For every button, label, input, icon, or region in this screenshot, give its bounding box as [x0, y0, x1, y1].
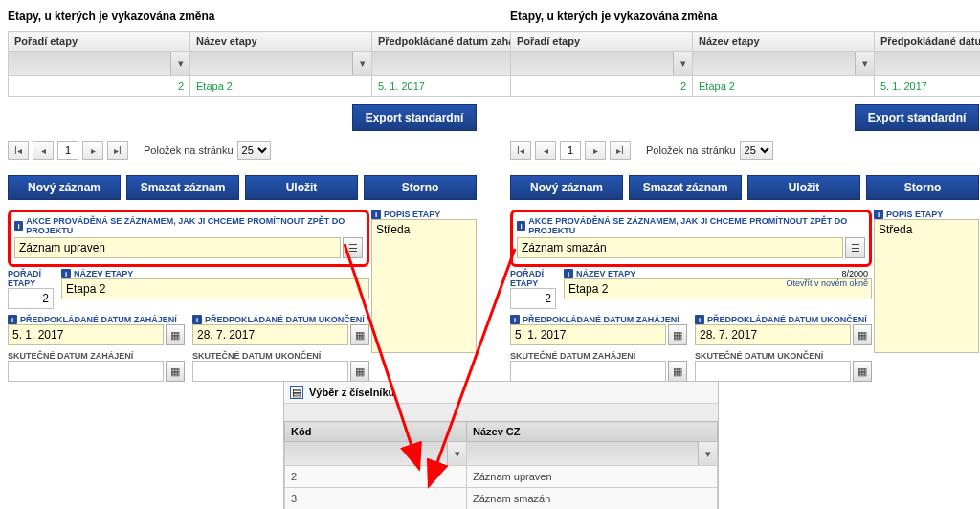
cell-order: 2	[9, 76, 190, 97]
page-input[interactable]	[57, 141, 78, 160]
filter-order[interactable]	[511, 52, 673, 75]
popup-row[interactable]: 2 Záznam upraven	[285, 466, 718, 488]
funnel-icon[interactable]: ▾	[855, 52, 874, 75]
lookup-popup: ▤ Výběr z číselníku Kód Název CZ ▾ ▾ 2 Z…	[283, 381, 719, 509]
calendar-icon[interactable]: ▦	[853, 324, 872, 345]
calendar-icon[interactable]: ▦	[668, 324, 687, 345]
d1-input[interactable]	[510, 324, 666, 345]
info-icon: i	[192, 315, 202, 324]
page-input[interactable]	[560, 141, 581, 160]
cell-name: Etapa 2	[693, 76, 875, 97]
akce-input[interactable]	[14, 237, 341, 258]
cell-date: 5. 1. 2017	[875, 76, 981, 97]
funnel-icon[interactable]: ▾	[673, 52, 692, 75]
new-record-button[interactable]: Nový záznam	[510, 175, 623, 200]
poradi-label: POŘADÍ ETAPY	[8, 269, 54, 288]
calendar-icon[interactable]: ▦	[853, 361, 872, 382]
d4-label: SKUTEČNÉ DATUM UKONČENÍ	[192, 351, 369, 361]
delete-record-button[interactable]: Smazat záznam	[629, 175, 742, 200]
save-button[interactable]: Uložit	[245, 175, 358, 200]
popis-textarea[interactable]: Středa	[371, 219, 477, 353]
etapy-table: Pořadí etapy Název etapy Předpokládané d…	[8, 31, 554, 97]
cancel-button[interactable]: Storno	[364, 175, 477, 200]
popup-cell-code: 3	[285, 488, 467, 510]
cancel-button[interactable]: Storno	[866, 175, 979, 200]
funnel-icon[interactable]: ▾	[447, 442, 466, 465]
d4-input[interactable]	[695, 361, 851, 382]
col-order[interactable]: Pořadí etapy	[511, 32, 693, 52]
charcount: 8/2000	[841, 269, 868, 278]
funnel-icon[interactable]: ▾	[352, 52, 371, 75]
popup-col-name[interactable]: Název CZ	[467, 422, 718, 442]
cell-name: Etapa 2	[190, 76, 372, 97]
delete-record-button[interactable]: Smazat záznam	[126, 175, 239, 200]
col-name[interactable]: Název etapy	[693, 32, 875, 52]
save-button[interactable]: Uložit	[747, 175, 860, 200]
export-button[interactable]: Export standardní	[855, 104, 979, 131]
perpage-label: Položek na stránku	[144, 144, 234, 156]
filter-date[interactable]	[875, 52, 980, 75]
popup-col-code[interactable]: Kód	[285, 422, 467, 442]
calendar-icon[interactable]: ▦	[350, 361, 369, 382]
popup-filter-code[interactable]	[285, 442, 447, 465]
filter-order[interactable]	[9, 52, 170, 75]
d3-input[interactable]	[510, 361, 666, 382]
col-order[interactable]: Pořadí etapy	[9, 32, 190, 52]
funnel-icon[interactable]: ▾	[170, 52, 189, 75]
open-new-window-link[interactable]: Otevřít v novém okně	[786, 278, 868, 288]
page-next-icon[interactable]: ▸	[82, 141, 103, 160]
popup-row[interactable]: 3 Záznam smazán	[285, 488, 718, 510]
d4-label: SKUTEČNÉ DATUM UKONČENÍ	[695, 351, 872, 361]
new-record-button[interactable]: Nový záznam	[8, 175, 121, 200]
popup-cell-name: Záznam upraven	[467, 466, 718, 488]
poradi-input[interactable]	[8, 288, 54, 309]
page-last-icon[interactable]: ▸I	[107, 141, 128, 160]
info-icon: i	[564, 269, 573, 278]
popup-title: Výběr z číselníku	[309, 387, 394, 398]
info-icon: i	[874, 210, 883, 219]
page-first-icon[interactable]: I◂	[8, 141, 29, 160]
poradi-input[interactable]	[510, 288, 556, 309]
lookup-icon[interactable]: ☰	[343, 237, 363, 258]
d2-input[interactable]	[192, 324, 348, 345]
page-prev-icon[interactable]: ◂	[535, 141, 556, 160]
page-next-icon[interactable]: ▸	[585, 141, 606, 160]
d1-input[interactable]	[8, 324, 164, 345]
calendar-icon[interactable]: ▦	[166, 361, 185, 382]
popup-filter-name[interactable]	[467, 442, 698, 465]
calendar-icon[interactable]: ▦	[668, 361, 687, 382]
filter-name[interactable]	[190, 52, 352, 75]
page-first-icon[interactable]: I◂	[510, 141, 531, 160]
info-icon: i	[8, 315, 17, 324]
perpage-label: Položek na stránku	[646, 144, 736, 156]
popis-textarea[interactable]: Středa	[874, 219, 979, 353]
table-row[interactable]: 2 Etapa 2 5. 1. 2017	[9, 76, 554, 97]
poradi-label: POŘADÍ ETAPY	[510, 269, 556, 288]
page-last-icon[interactable]: ▸I	[610, 141, 631, 160]
lookup-icon[interactable]: ☰	[845, 237, 865, 258]
akce-input[interactable]	[517, 237, 843, 258]
export-button[interactable]: Export standardní	[352, 104, 477, 131]
d1-label: iPŘEDPOKLÁDANÉ DATUM ZAHÁJENÍ	[8, 315, 185, 324]
nazev-input[interactable]	[61, 278, 369, 299]
d4-input[interactable]	[192, 361, 348, 382]
filter-name[interactable]	[693, 52, 855, 75]
page-prev-icon[interactable]: ◂	[33, 141, 54, 160]
perpage-select[interactable]: 25	[237, 141, 271, 160]
d3-label: SKUTEČNÉ DATUM ZAHÁJENÍ	[8, 351, 185, 361]
calendar-icon[interactable]: ▦	[350, 324, 369, 345]
table-row[interactable]: 2 Etapa 2 5. 1. 2017	[511, 76, 981, 97]
akce-label: iAKCE PROVÁDĚNÁ SE ZÁZNAMEM, JAK JI CHCE…	[517, 216, 865, 235]
nazev-label: iNÁZEV ETAPY	[61, 269, 369, 278]
popis-label: iPOPIS ETAPY	[371, 210, 477, 219]
d2-input[interactable]	[695, 324, 851, 345]
calendar-icon[interactable]: ▦	[166, 324, 185, 345]
col-date[interactable]: Předpokládané datum zahájení	[875, 32, 981, 52]
funnel-icon[interactable]: ▾	[698, 442, 717, 465]
col-name[interactable]: Název etapy	[190, 32, 372, 52]
d2-label: iPŘEDPOKLÁDANÉ DATUM UKONČENÍ	[695, 315, 872, 324]
perpage-select[interactable]: 25	[740, 141, 773, 160]
popup-cell-code: 2	[285, 466, 467, 488]
d3-input[interactable]	[8, 361, 164, 382]
info-icon: i	[61, 269, 71, 278]
